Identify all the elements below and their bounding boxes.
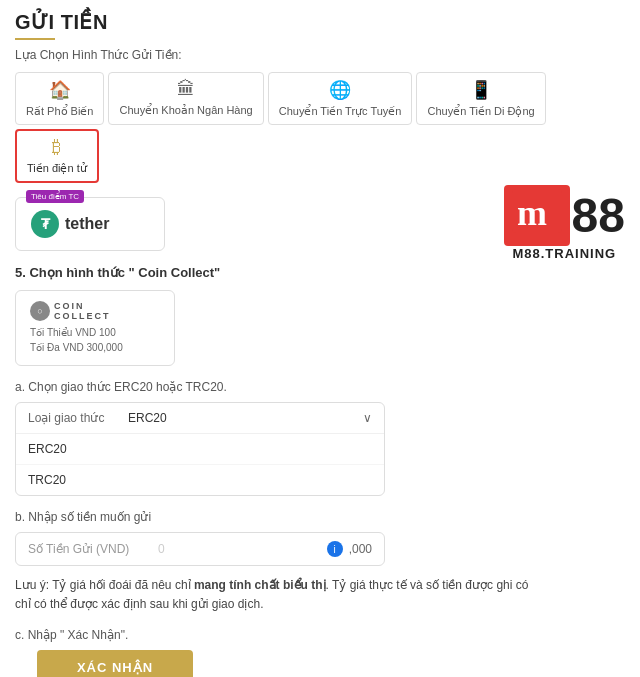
payment-method-tabs: 🏠 Rất Phổ Biến 🏛 Chuyển Khoản Ngân Hàng … [15,72,625,183]
step5-label: 5. Chọn hình thức " Coin Collect" [15,265,625,280]
protocol-dropdown-container: Loại giao thức ERC20 ∨ ERC20 TRC20 [15,402,385,496]
confirm-button[interactable]: XÁC NHẬN [37,650,193,677]
dropdown-select[interactable]: ERC20 ∨ [128,411,372,425]
tab-label: Chuyển Tiền Trực Tuyến [279,105,402,118]
tether-section: Tiêu điểm TC ₮ tether [15,197,165,251]
coin-collect-name-line1: COIN [54,301,111,311]
tab-label: Chuyển Khoản Ngân Hàng [119,104,252,117]
tether-icon: ₮ [31,210,59,238]
coin-icon: ○ [30,301,50,321]
mobile-icon: 📱 [470,79,492,101]
amount-suffix: ,000 [349,542,372,556]
tab-truc-tuyen[interactable]: 🌐 Chuyển Tiền Trực Tuyến [268,72,413,125]
globe-icon: 🌐 [329,79,351,101]
m88-tagline: M88.TRAINING [504,246,625,261]
coin-collect-min: Tối Thiểu VND 100 [30,325,160,340]
dropdown-selected-value: ERC20 [128,411,167,425]
dropdown-label: Loại giao thức [28,411,128,425]
svg-text:m: m [517,193,547,233]
brand-logo: m 88 M88.TRAINING [504,185,625,261]
title-underline [15,38,55,40]
tab-tien-dien-tu[interactable]: ₿ Tiền điện tử [15,129,99,183]
bank-icon: 🏛 [177,79,195,100]
home-icon: 🏠 [49,79,71,101]
step-a-label: a. Chọn giao thức ERC20 hoặc TRC20. [15,380,625,394]
amount-input-section: Số Tiền Gửi (VND) i ,000 [15,532,385,566]
coin-collect-name-line2: COLLECT [54,311,111,321]
m88-numbers: 88 [572,192,625,240]
tether-name: tether [65,215,109,233]
info-icon: i [327,541,343,557]
amount-input-row: Số Tiền Gửi (VND) i ,000 [16,533,384,565]
tab-rat-pho-bien[interactable]: 🏠 Rất Phổ Biến [15,72,104,125]
bitcoin-icon: ₿ [52,137,61,158]
page-title: GỬI TIỀN [15,10,625,34]
dropdown-selected-row[interactable]: Loại giao thức ERC20 ∨ [16,403,384,434]
tab-label: Rất Phổ Biến [26,105,93,118]
coin-collect-box[interactable]: ○ COIN COLLECT Tối Thiểu VND 100 Tối Đa … [15,290,175,366]
tether-logo: ₮ tether [31,210,109,238]
step-b-label: b. Nhập số tiền muốn gửi [15,510,625,524]
amount-input-label: Số Tiền Gửi (VND) [28,542,158,556]
coin-collect-title: ○ COIN COLLECT [30,301,160,321]
m88-logo-mark: m 88 [504,185,625,246]
tether-badge: Tiêu điểm TC [26,190,84,203]
tab-chuyen-khoan[interactable]: 🏛 Chuyển Khoản Ngân Hàng [108,72,263,125]
tab-label: Tiền điện tử [27,162,87,175]
dropdown-option-trc20[interactable]: TRC20 [16,465,384,495]
note-bold: mang tính chất biểu thị [194,578,326,592]
tab-label: Chuyển Tiền Di Động [427,105,534,118]
select-method-label: Lựa Chọn Hình Thức Gửi Tiền: [15,48,625,62]
chevron-down-icon: ∨ [363,411,372,425]
coin-collect-max: Tối Đa VND 300,000 [30,340,160,355]
tab-di-dong[interactable]: 📱 Chuyển Tiền Di Động [416,72,545,125]
m88-m-letter: m [504,185,570,246]
dropdown-option-erc20[interactable]: ERC20 [16,434,384,465]
amount-input[interactable] [158,542,327,556]
note-text: Lưu ý: Tỷ giá hối đoái đã nêu chỉ mang t… [15,576,545,614]
step-c-label: c. Nhập " Xác Nhận". [15,628,625,642]
confirm-button-container: XÁC NHẬN [15,650,215,677]
